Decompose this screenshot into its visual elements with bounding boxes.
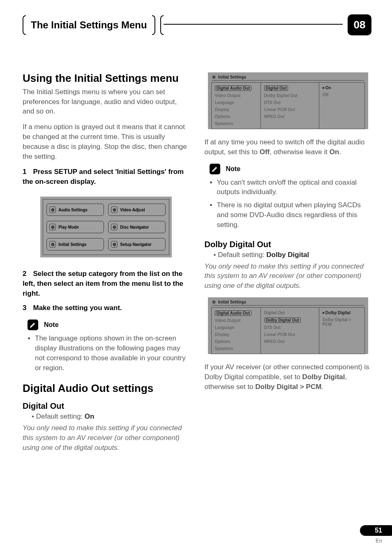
note-list: You can't switch on/off the optical and … (217, 178, 372, 230)
osd-item: Digital Out (264, 86, 288, 91)
osd-item: Linear PCM Out (264, 106, 316, 113)
osd-category-list: Digital Audio Out Video Output Language … (212, 308, 261, 354)
osd-button-label: Disc Navigator (120, 225, 149, 229)
step-number: 2 (23, 270, 26, 278)
section-heading: Using the Initial Settings menu (23, 72, 190, 85)
note-bullet: There is no digital output when playing … (217, 200, 372, 229)
page-title: The Initial Settings Menu (28, 19, 150, 31)
osd-video-adjust-button: Video Adjust (108, 204, 166, 216)
pencil-icon (210, 164, 220, 174)
step-1: 1Press SETUP and select 'Initial Setting… (23, 167, 190, 187)
step-2: 2Select the setup category from the list… (23, 269, 190, 298)
osd-category-item: Speakers (215, 120, 257, 127)
osd-button-label: Video Adjust (120, 208, 145, 212)
default-value: Dolby Digital (266, 251, 309, 259)
intro-paragraph-1: The Initial Settings menu is where you c… (23, 87, 190, 116)
note-bullet: You can't switch on/off the optical and … (217, 178, 372, 197)
disc-icon (111, 224, 118, 230)
settings-icon (212, 300, 216, 304)
language-code: En (360, 537, 382, 544)
osd-settings-figure-1: Initial Settings Digital Audio Out Video… (208, 72, 368, 129)
osd-settings-figure-2: Initial Settings Digital Audio Out Video… (208, 297, 368, 354)
osd-category-list: Digital Audio Out Video Output Language … (212, 83, 261, 129)
note-label: Note (44, 321, 59, 329)
default-label: Default setting: (36, 412, 83, 420)
note-heading: Note (28, 320, 190, 330)
osd-category-item: Display (215, 331, 257, 338)
osd-button-label: Setup Navigator (120, 242, 152, 247)
note-list: The language options shown in the on-scr… (35, 334, 190, 373)
left-column: Using the Initial Settings menu The Init… (23, 72, 190, 459)
osd-category-item: Digital Audio Out (215, 310, 251, 316)
condition-note: You only need to make this setting if yo… (23, 423, 190, 452)
osd-setup-navigator-button: Setup Navigator (108, 238, 166, 250)
osd-category-item: Video Output (215, 92, 257, 99)
bold-on: On (330, 148, 339, 156)
page-header: The Initial Settings Menu 08 (23, 14, 371, 35)
setup-icon (111, 241, 118, 248)
right-column: Initial Settings Digital Audio Out Video… (205, 72, 372, 459)
note-label: Note (226, 165, 241, 173)
osd-title: Initial Settings (218, 75, 246, 79)
osd-button-label: Audio Settings (58, 208, 88, 212)
pencil-icon (28, 320, 38, 330)
default-label: Default setting: (218, 251, 264, 259)
osd-category-item: Display (215, 106, 257, 113)
osd-item: Dolby Digital Out (264, 317, 301, 323)
osd-button-label: Initial Settings (58, 242, 86, 247)
default-setting: • Default setting: On (32, 412, 190, 421)
osd-category-item: Options (215, 113, 257, 120)
osd-item-list: Digital Out Dolby Digital Out DTS Out Li… (261, 83, 319, 129)
osd-menu-figure: Audio Settings Video Adjust Play Mode Di… (40, 197, 172, 257)
bold-dolby-digital: Dolby Digital (302, 373, 345, 381)
osd-title: Initial Settings (218, 300, 246, 304)
step-text: Select the setup category from the list … (23, 270, 183, 297)
osd-initial-settings-button: Initial Settings (46, 238, 104, 250)
step-number: 1 (23, 168, 26, 176)
osd-value-item: Dolby Digital > PCM (323, 316, 361, 328)
osd-category-item: Options (215, 338, 257, 345)
osd-item-list: Digital Out Dolby Digital Out DTS Out Li… (261, 308, 319, 354)
step-3: 3Make the setting you want. (23, 303, 190, 313)
page-number: 51 (360, 525, 392, 536)
default-value: On (85, 412, 95, 420)
osd-disc-navigator-button: Disc Navigator (108, 221, 166, 233)
osd-category-item: Language (215, 324, 257, 331)
audio-icon (49, 206, 56, 213)
osd-category-item: Language (215, 99, 257, 106)
osd-item: Dolby Digital Out (264, 92, 316, 99)
default-setting: • Default setting: Dolby Digital (214, 251, 372, 259)
osd-value-list: On Off (319, 83, 364, 129)
osd-category-item: Speakers (215, 345, 257, 352)
osd-button-label: Play Mode (58, 225, 78, 229)
osd-play-mode-button: Play Mode (46, 221, 104, 233)
bold-off: Off (260, 148, 270, 156)
note-heading: Note (210, 164, 372, 174)
bold-dolby-pcm: Dolby Digital > PCM (255, 383, 321, 391)
osd-value-list: Dolby Digital Dolby Digital > PCM (319, 308, 364, 354)
paragraph: If your AV receiver (or other connected … (205, 362, 372, 392)
osd-item: DTS Out (264, 99, 316, 106)
paragraph: If at any time you need to switch off th… (205, 137, 372, 157)
osd-item: DTS Out (264, 324, 316, 331)
step-text: Press SETUP and select 'Initial Settings… (23, 168, 184, 185)
chapter-number: 08 (348, 14, 371, 35)
step-number: 3 (23, 304, 26, 312)
section-heading: Digital Audio Out settings (23, 382, 190, 395)
video-icon (111, 206, 118, 213)
header-paren-left (23, 15, 26, 35)
osd-item: MPEG Out (264, 338, 316, 345)
osd-value-item: On (323, 84, 361, 91)
step-text: Make the setting you want. (33, 304, 122, 312)
osd-item: MPEG Out (264, 113, 316, 120)
header-paren-right (152, 15, 155, 35)
osd-value-item: Off (323, 91, 361, 98)
page-footer: 51 En (360, 525, 392, 544)
osd-item: Linear PCM Out (264, 331, 316, 338)
subsection-heading: Digital Out (23, 401, 190, 411)
intro-paragraph-2: If a menu option is grayed out it means … (23, 122, 190, 161)
settings-icon (49, 241, 56, 248)
osd-category-item: Digital Audio Out (215, 86, 251, 91)
condition-note: You only need to make this setting if yo… (205, 262, 372, 291)
osd-audio-settings-button: Audio Settings (46, 204, 104, 216)
